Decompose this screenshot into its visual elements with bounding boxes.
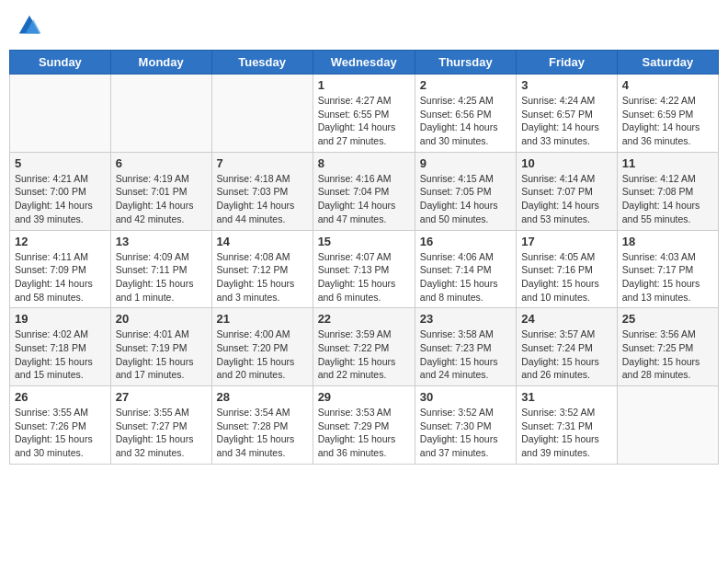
calendar-cell: 21Sunrise: 4:00 AM Sunset: 7:20 PM Dayli… (211, 308, 313, 386)
calendar-cell (617, 386, 718, 465)
calendar-cell: 23Sunrise: 3:58 AM Sunset: 7:23 PM Dayli… (415, 308, 516, 386)
day-info: Sunrise: 4:07 AM Sunset: 7:13 PM Dayligh… (318, 250, 410, 304)
calendar-cell: 7Sunrise: 4:18 AM Sunset: 7:03 PM Daylig… (211, 152, 313, 230)
calendar-week-row: 5Sunrise: 4:21 AM Sunset: 7:00 PM Daylig… (10, 152, 719, 230)
weekday-header: Tuesday (211, 51, 313, 75)
day-info: Sunrise: 4:18 AM Sunset: 7:03 PM Dayligh… (217, 172, 308, 226)
day-info: Sunrise: 3:52 AM Sunset: 7:30 PM Dayligh… (420, 406, 511, 460)
day-number: 9 (420, 156, 511, 170)
day-info: Sunrise: 3:58 AM Sunset: 7:23 PM Dayligh… (420, 327, 511, 382)
day-number: 17 (521, 235, 612, 248)
weekday-header: Saturday (617, 51, 718, 75)
calendar-week-row: 26Sunrise: 3:55 AM Sunset: 7:26 PM Dayli… (10, 386, 719, 465)
day-info: Sunrise: 4:06 AM Sunset: 7:14 PM Dayligh… (420, 250, 511, 304)
day-info: Sunrise: 4:02 AM Sunset: 7:18 PM Dayligh… (15, 327, 106, 382)
calendar-cell: 12Sunrise: 4:11 AM Sunset: 7:09 PM Dayli… (10, 230, 111, 308)
day-info: Sunrise: 3:55 AM Sunset: 7:26 PM Dayligh… (15, 406, 106, 460)
day-number: 6 (116, 156, 207, 170)
day-number: 11 (622, 156, 713, 170)
weekday-header: Sunday (10, 51, 111, 75)
calendar-cell: 15Sunrise: 4:07 AM Sunset: 7:13 PM Dayli… (313, 230, 415, 308)
day-info: Sunrise: 4:03 AM Sunset: 7:17 PM Dayligh… (622, 250, 713, 304)
day-number: 20 (116, 312, 207, 326)
weekday-header: Monday (110, 51, 211, 75)
calendar-cell: 13Sunrise: 4:09 AM Sunset: 7:11 PM Dayli… (110, 230, 211, 308)
day-number: 27 (116, 390, 207, 404)
day-number: 7 (217, 156, 308, 170)
day-number: 3 (521, 78, 612, 92)
day-info: Sunrise: 4:22 AM Sunset: 6:59 PM Dayligh… (622, 94, 713, 148)
day-number: 30 (420, 390, 511, 404)
calendar-cell: 14Sunrise: 4:08 AM Sunset: 7:12 PM Dayli… (211, 230, 313, 308)
day-number: 18 (622, 235, 713, 248)
weekday-header: Thursday (415, 51, 516, 75)
calendar-cell: 28Sunrise: 3:54 AM Sunset: 7:28 PM Dayli… (211, 386, 313, 465)
day-info: Sunrise: 3:52 AM Sunset: 7:31 PM Dayligh… (521, 406, 612, 460)
calendar-cell: 29Sunrise: 3:53 AM Sunset: 7:29 PM Dayli… (313, 386, 415, 465)
day-info: Sunrise: 4:01 AM Sunset: 7:19 PM Dayligh… (116, 327, 207, 382)
day-number: 21 (217, 312, 308, 326)
day-info: Sunrise: 4:16 AM Sunset: 7:04 PM Dayligh… (318, 172, 410, 226)
calendar-cell (211, 75, 313, 153)
calendar-table: SundayMondayTuesdayWednesdayThursdayFrid… (9, 50, 719, 465)
calendar-cell: 16Sunrise: 4:06 AM Sunset: 7:14 PM Dayli… (415, 230, 516, 308)
day-info: Sunrise: 3:55 AM Sunset: 7:27 PM Dayligh… (116, 406, 207, 460)
day-number: 13 (116, 235, 207, 248)
calendar-cell: 3Sunrise: 4:24 AM Sunset: 6:57 PM Daylig… (517, 75, 618, 153)
calendar-cell: 22Sunrise: 3:59 AM Sunset: 7:22 PM Dayli… (313, 308, 415, 386)
day-info: Sunrise: 3:53 AM Sunset: 7:29 PM Dayligh… (318, 406, 410, 460)
day-info: Sunrise: 4:00 AM Sunset: 7:20 PM Dayligh… (217, 327, 308, 382)
day-info: Sunrise: 4:05 AM Sunset: 7:16 PM Dayligh… (521, 250, 612, 304)
day-info: Sunrise: 4:15 AM Sunset: 7:05 PM Dayligh… (420, 172, 511, 226)
calendar-cell: 11Sunrise: 4:12 AM Sunset: 7:08 PM Dayli… (617, 152, 718, 230)
day-number: 2 (420, 78, 511, 92)
calendar-cell: 26Sunrise: 3:55 AM Sunset: 7:26 PM Dayli… (10, 386, 111, 465)
day-info: Sunrise: 4:25 AM Sunset: 6:56 PM Dayligh… (420, 94, 511, 148)
day-number: 25 (622, 312, 713, 326)
page-header (9, 9, 719, 42)
day-info: Sunrise: 4:19 AM Sunset: 7:01 PM Dayligh… (116, 172, 207, 226)
day-number: 22 (318, 312, 410, 326)
calendar-cell: 8Sunrise: 4:16 AM Sunset: 7:04 PM Daylig… (313, 152, 415, 230)
day-info: Sunrise: 3:56 AM Sunset: 7:25 PM Dayligh… (622, 327, 713, 382)
day-info: Sunrise: 4:09 AM Sunset: 7:11 PM Dayligh… (116, 250, 207, 304)
calendar-week-row: 1Sunrise: 4:27 AM Sunset: 6:55 PM Daylig… (10, 75, 719, 153)
day-info: Sunrise: 4:27 AM Sunset: 6:55 PM Dayligh… (318, 94, 410, 148)
calendar-cell: 10Sunrise: 4:14 AM Sunset: 7:07 PM Dayli… (517, 152, 618, 230)
calendar-week-row: 19Sunrise: 4:02 AM Sunset: 7:18 PM Dayli… (10, 308, 719, 386)
calendar-week-row: 12Sunrise: 4:11 AM Sunset: 7:09 PM Dayli… (10, 230, 719, 308)
day-number: 4 (622, 78, 713, 92)
calendar-cell: 24Sunrise: 3:57 AM Sunset: 7:24 PM Dayli… (517, 308, 618, 386)
day-info: Sunrise: 3:54 AM Sunset: 7:28 PM Dayligh… (217, 406, 308, 460)
day-number: 8 (318, 156, 410, 170)
day-number: 14 (217, 235, 308, 248)
day-info: Sunrise: 4:14 AM Sunset: 7:07 PM Dayligh… (521, 172, 612, 226)
calendar-cell (10, 75, 111, 153)
calendar-cell: 2Sunrise: 4:25 AM Sunset: 6:56 PM Daylig… (415, 75, 516, 153)
day-number: 1 (318, 78, 410, 92)
day-number: 15 (318, 235, 410, 248)
calendar-cell (110, 75, 211, 153)
day-number: 5 (15, 156, 106, 170)
calendar-cell: 5Sunrise: 4:21 AM Sunset: 7:00 PM Daylig… (10, 152, 111, 230)
calendar-cell: 27Sunrise: 3:55 AM Sunset: 7:27 PM Dayli… (110, 386, 211, 465)
day-number: 28 (217, 390, 308, 404)
calendar-cell: 4Sunrise: 4:22 AM Sunset: 6:59 PM Daylig… (617, 75, 718, 153)
day-number: 19 (15, 312, 106, 326)
day-info: Sunrise: 4:12 AM Sunset: 7:08 PM Dayligh… (622, 172, 713, 226)
logo-icon (17, 13, 42, 39)
logo (17, 13, 46, 39)
day-number: 24 (521, 312, 612, 326)
day-number: 26 (15, 390, 106, 404)
calendar-cell: 1Sunrise: 4:27 AM Sunset: 6:55 PM Daylig… (313, 75, 415, 153)
day-number: 10 (521, 156, 612, 170)
day-info: Sunrise: 4:11 AM Sunset: 7:09 PM Dayligh… (15, 250, 106, 304)
calendar-cell: 31Sunrise: 3:52 AM Sunset: 7:31 PM Dayli… (517, 386, 618, 465)
day-number: 16 (420, 235, 511, 248)
calendar-cell: 20Sunrise: 4:01 AM Sunset: 7:19 PM Dayli… (110, 308, 211, 386)
calendar-header-row: SundayMondayTuesdayWednesdayThursdayFrid… (10, 51, 719, 75)
day-info: Sunrise: 4:24 AM Sunset: 6:57 PM Dayligh… (521, 94, 612, 148)
weekday-header: Wednesday (313, 51, 415, 75)
calendar-cell: 30Sunrise: 3:52 AM Sunset: 7:30 PM Dayli… (415, 386, 516, 465)
day-number: 23 (420, 312, 511, 326)
